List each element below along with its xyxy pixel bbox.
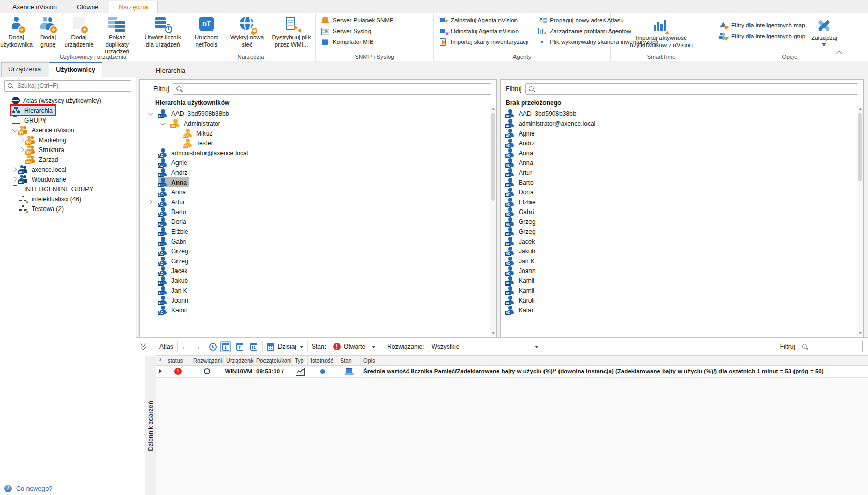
install-agent-button[interactable]: Zainstaluj Agenta nVision	[439, 16, 528, 24]
user-list-item[interactable]: AD Grzeg	[501, 227, 863, 236]
show-duplicates-button[interactable]: Pokaż duplikaty urządzeń	[95, 16, 139, 56]
sidebar-tree-item[interactable]: INTELIGENTNE GRUPY	[0, 184, 136, 194]
import-scans-button[interactable]: Importuj skany inwentaryzacji	[439, 38, 528, 46]
hierarchy-filter-input[interactable]	[185, 85, 491, 93]
expand-icon[interactable]	[3, 185, 11, 193]
add-device-button[interactable]: Dodaj urządzenie	[64, 16, 94, 49]
column-opis[interactable]: Opis	[361, 356, 868, 365]
expand-icon[interactable]	[171, 139, 183, 147]
event-log-tab[interactable]: Dziennik zdarzeń	[145, 356, 156, 495]
collapse-panel-icon[interactable]	[140, 342, 146, 349]
time-range-icon[interactable]	[209, 343, 217, 351]
add-user-button[interactable]: Dodaj użytkownika	[0, 16, 33, 49]
sidebar-tree-item[interactable]: NV Struktura	[0, 145, 136, 155]
user-tree-item[interactable]: NV Administrator	[140, 118, 496, 128]
user-tree-item[interactable]: AD Barto	[140, 207, 496, 217]
distribute-file-button[interactable]: Dystrybuuj plik przez WMI...	[268, 16, 315, 49]
expand-icon[interactable]	[146, 277, 158, 284]
user-tree-item[interactable]: AD Doria	[140, 217, 496, 227]
user-list-item[interactable]: AD Jakub	[501, 246, 863, 256]
expand-icon[interactable]	[10, 126, 19, 134]
tab-uzytkownicy[interactable]: Użytkownicy	[49, 62, 102, 77]
add-group-button[interactable]: Dodaj grupę	[34, 16, 63, 49]
tab-axence-nvision[interactable]: Axence nVision	[3, 1, 66, 13]
expand-icon[interactable]	[146, 169, 158, 176]
sidebar-tree-item[interactable]: Hierarchia	[0, 106, 136, 115]
expand-icon[interactable]	[3, 107, 11, 114]
event-row[interactable]: WIN10VM 09:53:10 / Średnia wartość liczn…	[156, 366, 868, 378]
sidebar-tree-item[interactable]: Testowa (2)	[0, 204, 136, 214]
expand-icon[interactable]	[3, 116, 11, 124]
sidebar-tree-item[interactable]: NV Zarząd	[0, 155, 136, 164]
user-list-item[interactable]: AD AAD_3bd5908b38bb	[501, 109, 863, 118]
sidebar-search-input[interactable]	[16, 82, 131, 90]
scroll-down-icon[interactable]	[859, 332, 862, 334]
manage-button[interactable]: Zarządzaj	[810, 17, 839, 49]
expand-icon[interactable]	[146, 267, 158, 275]
sidebar-tree-item[interactable]: GRUPY	[0, 115, 136, 125]
back-arrow-icon[interactable]: ←	[181, 342, 189, 351]
user-list-item[interactable]: AD Doria	[501, 187, 863, 197]
stan-dropdown[interactable]: Otwarte	[330, 341, 379, 352]
expand-icon[interactable]	[158, 119, 171, 127]
expand-icon[interactable]	[146, 306, 158, 314]
scrollbar-thumb[interactable]	[491, 113, 495, 201]
expand-icon[interactable]	[146, 287, 158, 294]
expand-icon[interactable]	[146, 218, 158, 226]
expand-icon[interactable]	[10, 175, 19, 183]
tab-glowne[interactable]: Główne	[67, 1, 108, 13]
event-log-filter[interactable]	[799, 341, 863, 352]
expand-icon[interactable]	[146, 228, 158, 235]
expand-icon[interactable]	[146, 247, 158, 255]
user-list-item[interactable]: AD Grzeg	[501, 217, 863, 227]
user-tree-item[interactable]: AD Grzeg	[140, 256, 496, 266]
user-list-item[interactable]: AD Kamil	[501, 286, 863, 295]
user-tree-item[interactable]: AD Agnie	[140, 158, 496, 168]
sidebar-search[interactable]	[4, 80, 131, 92]
expand-icon[interactable]	[146, 188, 158, 196]
expand-icon[interactable]	[146, 198, 158, 206]
mib-compiler-button[interactable]: Kompilator MIB	[321, 38, 394, 46]
user-tree-item[interactable]: AD Jan K	[140, 286, 496, 295]
column-istotnosc[interactable]: Istotność	[308, 356, 337, 365]
hierarchy-filter[interactable]	[173, 83, 491, 95]
sidebar-tree-item[interactable]: NV Axence nVision	[0, 125, 136, 135]
user-list-item[interactable]: AD Agnie	[501, 128, 863, 138]
user-list-item[interactable]: AD Karoli	[501, 295, 863, 305]
no-supervisor-filter-input[interactable]	[537, 85, 858, 93]
scroll-down-icon[interactable]	[492, 332, 495, 334]
create-counter-button[interactable]: Utwórz licznik dla urządzeń	[140, 16, 186, 49]
user-tree-item[interactable]: NV Tester	[140, 138, 496, 148]
uninstall-agent-button[interactable]: Odinstaluj Agenta nVision	[439, 27, 528, 35]
whats-new-link[interactable]: Co nowego?	[16, 485, 52, 492]
scrollbar-vertical[interactable]	[490, 106, 496, 336]
sidebar-tree-item[interactable]: Atlas (wszyscy użytkownicy)	[0, 96, 136, 106]
sidebar-tree-item[interactable]: AD Wbudowane	[0, 174, 136, 184]
user-list-item[interactable]: AD Andrz	[501, 138, 863, 148]
user-tree-item[interactable]: AD Elżbie	[140, 227, 496, 236]
column-status[interactable]: status	[165, 356, 190, 365]
column-poczatek-koniec[interactable]: Początek/koniec	[254, 356, 292, 365]
expand-icon[interactable]	[146, 257, 158, 265]
user-list-item[interactable]: AD Joann	[501, 266, 863, 276]
expand-icon[interactable]	[18, 156, 26, 163]
scrollbar-thumb[interactable]	[858, 113, 862, 181]
expand-icon[interactable]	[18, 136, 26, 144]
user-list-item[interactable]: AD administrator@axence.local	[501, 118, 863, 128]
expand-icon[interactable]	[10, 166, 19, 173]
column-stan[interactable]: Stan	[337, 356, 361, 365]
expand-icon[interactable]	[10, 205, 19, 213]
user-list-item[interactable]: AD Anna	[501, 158, 863, 168]
calendar-day-button[interactable]: 1	[220, 341, 231, 352]
expand-icon[interactable]	[146, 178, 158, 186]
column-urzadzenie[interactable]: Urządzenie	[224, 356, 254, 365]
expand-icon[interactable]	[146, 237, 158, 245]
user-tree-item[interactable]: AD Artur	[140, 197, 496, 207]
scroll-up-icon[interactable]	[492, 108, 495, 110]
column-rozwiazanie[interactable]: Rozwiązanie	[190, 356, 224, 365]
expand-icon[interactable]	[146, 296, 158, 304]
tab-narzedzia[interactable]: Narzędzia	[109, 1, 157, 13]
run-nettools-button[interactable]: nT Uruchom netTools	[186, 16, 227, 49]
user-tree-item[interactable]: AD Gabri	[140, 236, 496, 246]
user-tree-item[interactable]: AD Kamil	[140, 305, 496, 315]
